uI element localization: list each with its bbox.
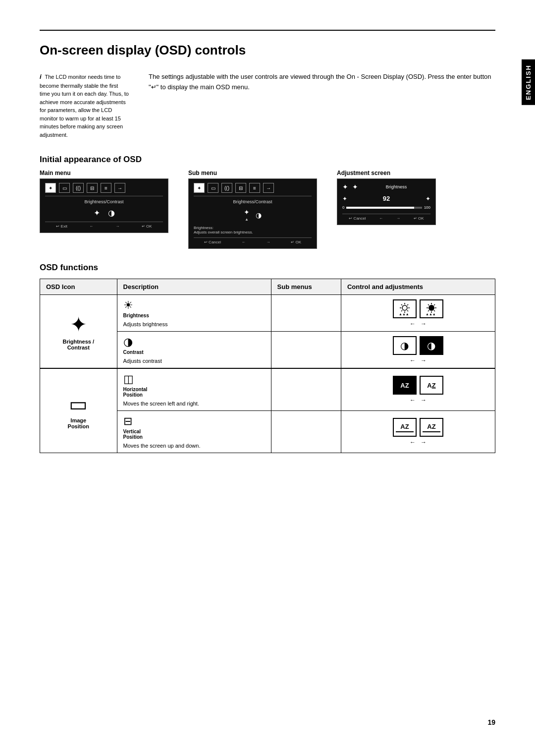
menu-icon-5: ≡ (101, 183, 111, 193)
svg-line-17 (434, 304, 435, 305)
table-row: ▭ ImagePosition ◫ HorizontalPosition Mov… (40, 368, 495, 411)
english-tab: ENGLISH (522, 59, 535, 105)
osd-functions-title: OSD functions (40, 263, 495, 273)
horiz-sub-icon: ◫ (123, 373, 134, 386)
left-label: ← (90, 224, 94, 229)
vert-controls-cell: AZ AZ ← → (341, 411, 495, 453)
adj-slider (346, 207, 422, 209)
horiz-submenus-cell (271, 368, 341, 411)
contrast-ctrl-2: ◑ (420, 336, 443, 355)
sub-menu-label: Sub menu (188, 170, 217, 176)
table-row: ✦ Brightness /Contrast ☀ Brightness Adju… (40, 295, 495, 332)
brightness-contrast-big-icon: ✦ (70, 312, 87, 337)
arrow-left: ← (410, 320, 416, 327)
adj-cancel: ↩ Cancel (349, 216, 366, 221)
horiz-ctrl-pair: AZ AZ (347, 376, 489, 395)
brightness-contrast-label: Brightness /Contrast (62, 339, 94, 350)
menu-icon-brightness: ✦ (45, 183, 56, 193)
adj-max: 100 (424, 205, 430, 210)
adj-title-row: ✦ ✦ Brightness (342, 183, 430, 191)
image-position-label: ImagePosition (68, 417, 89, 429)
adj-icon-dim: ✦ (342, 183, 348, 191)
sub-right-label: → (267, 240, 270, 244)
vert-desc-cell: ⊟ VerticalPosition Moves the screen up a… (117, 411, 271, 453)
vert-ctrl-1: AZ (393, 418, 417, 437)
image-position-big-icon: ▭ (69, 393, 88, 415)
sub-icon-2: ▭ (208, 183, 218, 193)
adj-left: ← (379, 216, 383, 221)
menu-icon-6: → (114, 183, 125, 193)
horiz-ctrl-text: AZ (427, 382, 435, 389)
side-note-text: The LCD monitor needs time to become the… (40, 74, 129, 138)
main-menu-items: ✦ ◑ (45, 208, 163, 218)
adjustment-screen: ✦ ✦ Brightness ✦ 92 ✦ 0 100 (337, 178, 436, 225)
brightness-sub-label: Brightness (123, 313, 149, 318)
sub-brightness-selected: ▲ (245, 217, 249, 222)
adj-icon-bright: ✦ (352, 183, 358, 191)
main-menu-label: Main menu (40, 170, 71, 176)
horiz-ctrl-1: AZ (393, 376, 417, 395)
side-note: i The LCD monitor needs time to become t… (40, 72, 129, 139)
osd-functions-section: OSD functions OSD Icon Description Sub m… (40, 263, 495, 453)
horiz-ctrl-arrows: ← → (347, 397, 489, 404)
sub-menu-items: ✦ ▲ ◑ (194, 208, 312, 222)
contrast-sub-icon: ◑ (123, 336, 133, 349)
menu-icon-4: ⊟ (87, 183, 98, 193)
adj-icon-left: ✦ (342, 195, 347, 202)
header-osd-icon: OSD Icon (40, 279, 117, 295)
adj-slider-fill (346, 207, 414, 209)
vert-desc-text: Moves the screen up and down. (123, 443, 201, 449)
svg-point-0 (402, 305, 407, 310)
horiz-ctrl-2: AZ (420, 376, 443, 395)
sub-brightness-icon: ✦ (244, 208, 250, 216)
vert-ctrl-arrows: ← → (347, 439, 489, 446)
vert-ctrl-2: AZ (420, 418, 443, 437)
adj-value: 92 (383, 195, 390, 202)
svg-text:▲▲▲: ▲▲▲ (426, 312, 436, 316)
image-position-icon-cell: ▭ ImagePosition (46, 393, 111, 429)
vert-ctrl-pair: AZ AZ (347, 418, 489, 437)
header-description: Description (117, 279, 271, 295)
vert-sub-icon: ⊟ (123, 415, 132, 428)
lang-label: ENGLISH (525, 64, 532, 100)
adj-min: 0 (342, 205, 344, 210)
table-header-row: OSD Icon Description Sub menus Control a… (40, 279, 495, 295)
contrast-ctrl-arrows: ← → (347, 357, 489, 364)
sub-menu-icons-row: ✦ ▭ (() ⊟ ≡ → (194, 183, 312, 196)
adj-title: Brightness (362, 184, 430, 189)
exit-label: ↩ Exit (56, 224, 67, 229)
main-menu-title: Brightness/Contrast (45, 199, 163, 204)
svg-line-6 (407, 310, 408, 311)
sub-icon-6: → (263, 183, 274, 193)
page-number: 19 (487, 718, 495, 726)
sub-menu-desc: Brightness:Adjusts overall screen bright… (194, 226, 312, 234)
adj-value-row: ✦ 92 ✦ (342, 195, 430, 202)
adj-slider-container: 0 100 (342, 205, 430, 210)
sub-left-label: ← (242, 240, 246, 244)
svg-point-10 (428, 305, 434, 311)
osd-initial-section: Initial appearance of OSD Main menu ✦ ▭ … (40, 155, 495, 249)
horiz-desc-text: Moves the screen left and right. (123, 401, 199, 407)
brightness-sub-icon: ☀ (123, 299, 133, 312)
svg-line-18 (428, 310, 429, 311)
horiz-controls-cell: AZ AZ ← → (341, 368, 495, 411)
osd-diagrams: Main menu ✦ ▭ (() ⊟ ≡ → Brightness/Contr… (40, 170, 495, 249)
brightness-desc-cell: ☀ Brightness Adjusts brightness (117, 295, 271, 332)
adj-ok: ↵ OK (414, 216, 424, 221)
main-menu-screen: ✦ ▭ (() ⊟ ≡ → Brightness/Contrast ✦ ◑ ↩ … (40, 178, 168, 233)
sub-menu-screen: ✦ ▭ (() ⊟ ≡ → Brightness/Contrast ✦ ▲ (188, 178, 317, 249)
horiz-sub-label: HorizontalPosition (123, 387, 148, 398)
page-title: On-screen display (OSD) controls (40, 43, 495, 58)
svg-line-16 (434, 310, 435, 311)
functions-table: OSD Icon Description Sub menus Control a… (40, 279, 495, 453)
brightness-ctrl-dim: ▲▲▲ (393, 299, 417, 318)
sub-icon-5: ≡ (249, 183, 260, 193)
adj-icon-right: ✦ (426, 195, 430, 202)
brightness-desc-text: Adjusts brightness (123, 321, 168, 327)
contrast-arrow-right: → (421, 357, 427, 364)
adj-bottom: ↩ Cancel ← → ↵ OK (342, 214, 430, 221)
vert-arrow-right: → (421, 439, 427, 446)
brightness-contrast-icon-cell: ✦ Brightness /Contrast (46, 312, 111, 350)
vert-ctrl-line2 (423, 431, 440, 432)
sub-menu-diagram: Sub menu ✦ ▭ (() ⊟ ≡ → Brightness/Contra… (188, 170, 317, 249)
